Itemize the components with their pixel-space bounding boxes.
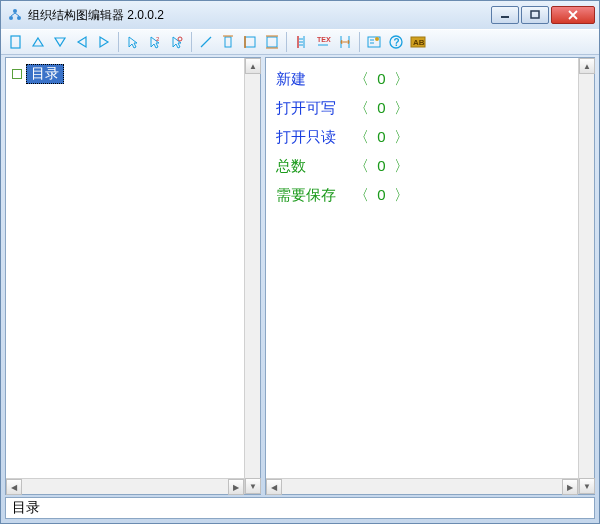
new-page-icon — [8, 34, 24, 50]
scroll-right-icon[interactable]: ▶ — [228, 479, 244, 495]
stat-row: 新建〈 0 〉 — [276, 64, 584, 93]
stat-label: 总数 — [276, 155, 354, 176]
scroll-track[interactable] — [22, 479, 228, 494]
toolbar-separator — [359, 32, 360, 52]
align-left-icon — [242, 34, 258, 50]
stat-label: 打开只读 — [276, 126, 354, 147]
triangle-right-icon — [96, 34, 112, 50]
props-icon — [366, 34, 382, 50]
content-area: 目录 ▲ ▼ ◀ ▶ 新建〈 0 〉打开可写〈 0 〉打开只读〈 0 〉总数〈 … — [1, 55, 599, 497]
scroll-track[interactable] — [282, 479, 562, 494]
cursor-1-button[interactable] — [122, 31, 144, 53]
stat-row: 总数〈 0 〉 — [276, 151, 584, 180]
svg-rect-8 — [225, 37, 231, 47]
status-bar: 目录 — [5, 497, 595, 519]
scroll-left-icon[interactable]: ◀ — [266, 479, 282, 495]
stats-horizontal-scrollbar[interactable]: ◀ ▶ — [266, 478, 578, 494]
status-text: 目录 — [12, 499, 40, 517]
stats-vertical-scrollbar[interactable]: ▲ ▼ — [578, 58, 594, 494]
stat-label: 新建 — [276, 68, 354, 89]
triangle-up-icon — [30, 34, 46, 50]
svg-point-1 — [9, 16, 13, 20]
svg-point-22 — [375, 37, 379, 41]
triangle-down-button[interactable] — [49, 31, 71, 53]
triangle-left-button[interactable] — [71, 31, 93, 53]
scroll-up-icon[interactable]: ▲ — [245, 58, 261, 74]
stat-value: 〈 0 〉 — [354, 97, 411, 118]
svg-rect-3 — [501, 16, 509, 18]
close-button[interactable] — [551, 6, 595, 24]
svg-point-2 — [17, 16, 21, 20]
stat-row: 需要保存〈 0 〉 — [276, 180, 584, 209]
stat-row: 打开只读〈 0 〉 — [276, 122, 584, 151]
window-title: 组织结构图编辑器 2.0.0.2 — [28, 7, 491, 24]
triangle-left-icon — [74, 34, 90, 50]
tree-root-item[interactable]: 目录 — [8, 62, 258, 86]
svg-point-7 — [178, 37, 182, 41]
align-left-button[interactable] — [239, 31, 261, 53]
triangle-down-icon — [52, 34, 68, 50]
svg-text:AB: AB — [413, 38, 425, 47]
stat-label: 打开可写 — [276, 97, 354, 118]
toolbar-separator — [191, 32, 192, 52]
scroll-left-icon[interactable]: ◀ — [6, 479, 22, 495]
tree-vertical-scrollbar[interactable]: ▲ ▼ — [244, 58, 260, 494]
new-page-button[interactable] — [5, 31, 27, 53]
ruler-h-icon — [337, 34, 353, 50]
help-icon: ? — [388, 34, 404, 50]
tree-horizontal-scrollbar[interactable]: ◀ ▶ — [6, 478, 244, 494]
tree-root-label: 目录 — [26, 64, 64, 84]
svg-rect-5 — [11, 36, 20, 48]
stat-value: 〈 0 〉 — [354, 155, 411, 176]
align-full-icon — [264, 34, 280, 50]
app-window: 组织结构图编辑器 2.0.0.2 2TEXT?AB 目录 ▲ ▼ — [0, 0, 600, 524]
stat-value: 〈 0 〉 — [354, 184, 411, 205]
triangle-right-button[interactable] — [93, 31, 115, 53]
ab-button[interactable]: AB — [407, 31, 429, 53]
stat-row: 打开可写〈 0 〉 — [276, 93, 584, 122]
scroll-down-icon[interactable]: ▼ — [245, 478, 261, 494]
stat-value: 〈 0 〉 — [354, 68, 411, 89]
stat-label: 需要保存 — [276, 184, 354, 205]
cursor-1-icon — [125, 34, 141, 50]
align-full-button[interactable] — [261, 31, 283, 53]
toolbar-separator — [118, 32, 119, 52]
text-button[interactable]: TEXT — [312, 31, 334, 53]
svg-text:2: 2 — [156, 36, 160, 42]
maximize-button[interactable] — [521, 6, 549, 24]
scroll-right-icon[interactable]: ▶ — [562, 479, 578, 495]
svg-point-0 — [13, 9, 17, 13]
align-item-icon — [220, 34, 236, 50]
svg-rect-4 — [531, 11, 539, 18]
triangle-up-button[interactable] — [27, 31, 49, 53]
cursor-2-icon: 2 — [147, 34, 163, 50]
line-button[interactable] — [195, 31, 217, 53]
ruler-v-button[interactable] — [290, 31, 312, 53]
props-button[interactable] — [363, 31, 385, 53]
ruler-h-button[interactable] — [334, 31, 356, 53]
scroll-down-icon[interactable]: ▼ — [579, 478, 595, 494]
svg-text:TEXT: TEXT — [317, 36, 331, 43]
scroll-up-icon[interactable]: ▲ — [579, 58, 595, 74]
scroll-track[interactable] — [579, 74, 594, 478]
align-item-button[interactable] — [217, 31, 239, 53]
help-button[interactable]: ? — [385, 31, 407, 53]
window-controls — [491, 6, 595, 24]
toolbar: 2TEXT?AB — [1, 29, 599, 55]
stat-value: 〈 0 〉 — [354, 126, 411, 147]
ruler-v-icon — [293, 34, 309, 50]
cursor-3-icon — [169, 34, 185, 50]
ab-icon: AB — [410, 34, 426, 50]
minimize-button[interactable] — [491, 6, 519, 24]
cursor-3-button[interactable] — [166, 31, 188, 53]
app-icon — [7, 7, 23, 23]
titlebar: 组织结构图编辑器 2.0.0.2 — [1, 1, 599, 29]
tree-node-icon — [12, 69, 22, 79]
stats-pane: 新建〈 0 〉打开可写〈 0 〉打开只读〈 0 〉总数〈 0 〉需要保存〈 0 … — [265, 57, 595, 495]
text-icon: TEXT — [315, 34, 331, 50]
toolbar-separator — [286, 32, 287, 52]
line-icon — [198, 34, 214, 50]
cursor-2-button[interactable]: 2 — [144, 31, 166, 53]
scroll-track[interactable] — [245, 74, 260, 478]
svg-rect-12 — [267, 37, 277, 47]
